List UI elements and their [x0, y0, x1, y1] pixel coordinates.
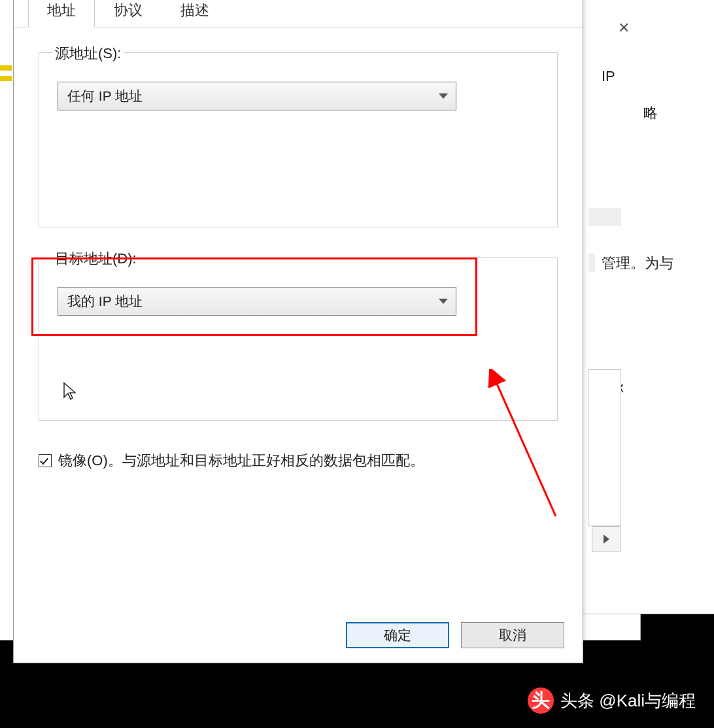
chevron-right-icon: [604, 535, 609, 544]
dialog-button-row: 确定 取消: [346, 622, 564, 648]
destination-address-group: 目标地址(D): 我的 IP 地址: [39, 257, 558, 421]
destination-address-select[interactable]: 我的 IP 地址: [58, 287, 456, 316]
bg-text-ip: IP: [602, 68, 615, 85]
mirror-checkbox[interactable]: [39, 454, 52, 467]
scroll-right-button[interactable]: [592, 526, 620, 552]
chevron-down-icon: [439, 299, 448, 304]
mirror-label: 镜像(O)。与源地址和目标地址正好相反的数据包相匹配。: [58, 451, 424, 471]
watermark-logo-icon: 头: [528, 687, 554, 714]
tab-protocol[interactable]: 协议: [95, 0, 162, 27]
bg-text-guanli: 管理。为与: [602, 254, 673, 273]
close-icon[interactable]: ✕: [618, 20, 630, 37]
bg-field-1: [588, 208, 621, 226]
source-address-group: 源地址(S): 任何 IP 地址: [39, 52, 558, 227]
bg-field-2: [588, 254, 595, 272]
tab-description[interactable]: 描述: [162, 0, 228, 27]
cancel-button[interactable]: 取消: [461, 622, 564, 648]
destination-address-value: 我的 IP 地址: [67, 292, 143, 310]
mirror-checkbox-row: 镜像(O)。与源地址和目标地址正好相反的数据包相匹配。: [39, 451, 558, 471]
ok-button[interactable]: 确定: [346, 622, 449, 648]
edge-artifact: [0, 65, 12, 98]
watermark-text: 头条 @Kali与编程: [560, 689, 696, 712]
check-icon: [40, 455, 48, 465]
tab-strip: 地址 协议 描述: [14, 0, 583, 27]
chevron-down-icon: [439, 93, 448, 99]
tab-address[interactable]: 地址: [28, 0, 95, 27]
source-address-select[interactable]: 任何 IP 地址: [58, 82, 456, 110]
filter-properties-dialog: 地址 协议 描述 源地址(S): 任何 IP 地址 目标地址(D): 我的 IP…: [13, 0, 583, 663]
destination-address-label: 目标地址(D):: [52, 249, 139, 269]
source-address-value: 任何 IP 地址: [67, 87, 143, 105]
dialog-content: 源地址(S): 任何 IP 地址 目标地址(D): 我的 IP 地址 镜像(O)…: [14, 27, 583, 477]
source-address-label: 源地址(S):: [52, 44, 124, 63]
watermark: 头 头条 @Kali与编程: [528, 687, 696, 714]
bg-text-lue: 略: [643, 103, 658, 123]
bg-list: [588, 369, 621, 526]
